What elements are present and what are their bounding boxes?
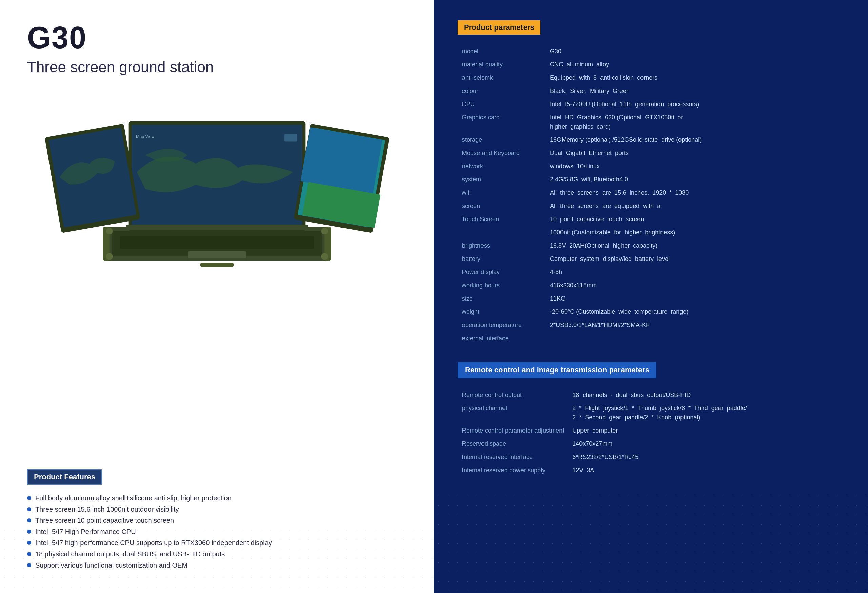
product-subtitle: Three screen ground station bbox=[27, 59, 407, 75]
product-params-badge: Product parameters bbox=[458, 20, 540, 35]
param-value: Intel HD Graphics 620 (Optional GTX1050t… bbox=[546, 111, 844, 133]
svg-rect-15 bbox=[126, 225, 307, 230]
param-value: All three screens are equipped with a bbox=[546, 200, 844, 213]
param-row: storage16GMemory (optional) /512GSolid-s… bbox=[458, 133, 844, 146]
bullet-icon bbox=[27, 529, 31, 534]
svg-point-21 bbox=[321, 253, 328, 260]
remote-param-row: Reserved space140x70x27mm bbox=[458, 437, 844, 451]
param-row: size11KG bbox=[458, 292, 844, 305]
param-value: windows 10/Linux bbox=[546, 160, 844, 173]
param-row: networkwindows 10/Linux bbox=[458, 160, 844, 173]
param-label: Graphics card bbox=[458, 111, 546, 133]
svg-rect-7 bbox=[285, 134, 297, 142]
param-label: Power display bbox=[458, 266, 546, 279]
feature-item: Full body aluminum alloy shell+silicone … bbox=[27, 494, 407, 502]
features-list: Full body aluminum alloy shell+silicone … bbox=[27, 494, 407, 569]
param-row: Mouse and KeyboardDual Gigabit Ethernet … bbox=[458, 146, 844, 160]
svg-rect-22 bbox=[200, 263, 234, 267]
remote-param-row: Remote control parameter adjustmentUpper… bbox=[458, 424, 844, 437]
param-label: material quality bbox=[458, 58, 546, 71]
param-value bbox=[546, 332, 844, 345]
remote-param-row: physical channel2 * Flight joystick/1 * … bbox=[458, 402, 844, 424]
remote-params-table: Remote control output18 channels - dual … bbox=[458, 389, 844, 477]
param-row: system2.4G/5.8G wifi, Bluetooth4.0 bbox=[458, 173, 844, 186]
param-row: 1000nit (Customizable for higher brightn… bbox=[458, 226, 844, 239]
remote-param-value: 2 * Flight joystick/1 * Thumb joystick/8… bbox=[568, 402, 844, 424]
param-value: CNC aluminum alloy bbox=[546, 58, 844, 71]
param-label: CPU bbox=[458, 98, 546, 111]
param-label bbox=[458, 226, 546, 239]
param-label: weight bbox=[458, 305, 546, 319]
param-row: brightness16.8V 20AH(Optional higher cap… bbox=[458, 239, 844, 252]
param-label: size bbox=[458, 292, 546, 305]
param-label: brightness bbox=[458, 239, 546, 252]
param-row: colourBlack, Silver, Military Green bbox=[458, 84, 844, 98]
bullet-icon bbox=[27, 541, 31, 545]
params-table: modelG30material qualityCNC aluminum all… bbox=[458, 45, 844, 345]
param-row: wifiAll three screens are 15.6 inches, 1… bbox=[458, 186, 844, 200]
remote-param-label: Remote control parameter adjustment bbox=[458, 424, 568, 437]
param-value: Black, Silver, Military Green bbox=[546, 84, 844, 98]
param-value: Intel I5-7200U (Optional 11th generation… bbox=[546, 98, 844, 111]
param-label: battery bbox=[458, 252, 546, 266]
param-value: 1000nit (Customizable for higher brightn… bbox=[546, 226, 844, 239]
product-image-container: Map View bbox=[27, 96, 407, 274]
right-panel: Product parameters modelG30material qual… bbox=[434, 0, 868, 593]
feature-item: 18 physical channel outputs, dual SBUS, … bbox=[27, 550, 407, 558]
param-label: colour bbox=[458, 84, 546, 98]
param-value: 16GMemory (optional) /512GSolid-state dr… bbox=[546, 133, 844, 146]
remote-param-row: Remote control output18 channels - dual … bbox=[458, 389, 844, 402]
param-label: operation temperature bbox=[458, 319, 546, 332]
feature-item: Support various functional customization… bbox=[27, 562, 407, 569]
param-label: Mouse and Keyboard bbox=[458, 146, 546, 160]
param-row: material qualityCNC aluminum alloy bbox=[458, 58, 844, 71]
remote-param-row: Internal reserved power supply12V 3A bbox=[458, 464, 844, 477]
param-row: external interface bbox=[458, 332, 844, 345]
param-value: 4-5h bbox=[546, 266, 844, 279]
svg-rect-3 bbox=[187, 251, 247, 258]
param-value: Computer system display/led battery leve… bbox=[546, 252, 844, 266]
param-value: 2*USB3.0/1*LAN/1*HDMI/2*SMA-KF bbox=[546, 319, 844, 332]
feature-item: Intel I5/I7 High Performance CPU bbox=[27, 528, 407, 536]
param-row: operation temperature2*USB3.0/1*LAN/1*HD… bbox=[458, 319, 844, 332]
param-label: Touch Screen bbox=[458, 213, 546, 226]
svg-text:Map View: Map View bbox=[136, 135, 155, 139]
param-label: system bbox=[458, 173, 546, 186]
param-value: 16.8V 20AH(Optional higher capacity) bbox=[546, 239, 844, 252]
svg-point-20 bbox=[106, 253, 113, 260]
feature-text: Three screen 15.6 inch 1000nit outdoor v… bbox=[35, 506, 179, 513]
param-label: storage bbox=[458, 133, 546, 146]
param-value: -20-60°C (Customizable wide temperature … bbox=[546, 305, 844, 319]
param-value: 2.4G/5.8G wifi, Bluetooth4.0 bbox=[546, 173, 844, 186]
remote-param-label: Internal reserved interface bbox=[458, 451, 568, 464]
remote-param-value: Upper computer bbox=[568, 424, 844, 437]
bullet-icon bbox=[27, 496, 31, 500]
remote-badge: Remote control and image transmission pa… bbox=[458, 362, 657, 378]
param-label: anti-seismic bbox=[458, 71, 546, 84]
remote-param-value: 140x70x27mm bbox=[568, 437, 844, 451]
param-label: model bbox=[458, 45, 546, 58]
product-title: G30 bbox=[27, 20, 407, 55]
svg-rect-2 bbox=[120, 236, 314, 248]
product-image: Map View bbox=[27, 96, 407, 274]
param-row: anti-seismicEquipped with 8 anti-collisi… bbox=[458, 71, 844, 84]
feature-text: Intel I5/I7 High Performance CPU bbox=[35, 528, 136, 536]
param-row: modelG30 bbox=[458, 45, 844, 58]
feature-item: Three screen 10 point capacitive touch s… bbox=[27, 517, 407, 525]
feature-text: Intel I5/I7 high-performance CPU support… bbox=[35, 539, 272, 547]
param-value: Dual Gigabit Ethernet ports bbox=[546, 146, 844, 160]
remote-param-value: 12V 3A bbox=[568, 464, 844, 477]
param-row: Touch Screen10 point capacitive touch sc… bbox=[458, 213, 844, 226]
bullet-icon bbox=[27, 518, 31, 522]
remote-param-row: Internal reserved interface6*RS232/2*USB… bbox=[458, 451, 844, 464]
remote-section: Remote control and image transmission pa… bbox=[458, 362, 844, 477]
param-row: batteryComputer system display/led batte… bbox=[458, 252, 844, 266]
remote-param-label: Remote control output bbox=[458, 389, 568, 402]
param-label: screen bbox=[458, 200, 546, 213]
remote-param-value: 6*RS232/2*USB/1*RJ45 bbox=[568, 451, 844, 464]
features-badge: Product Features bbox=[27, 469, 102, 485]
feature-text: 18 physical channel outputs, dual SBUS, … bbox=[35, 550, 225, 558]
param-row: CPUIntel I5-7200U (Optional 11th generat… bbox=[458, 98, 844, 111]
svg-point-18 bbox=[106, 228, 113, 234]
remote-param-label: Reserved space bbox=[458, 437, 568, 451]
